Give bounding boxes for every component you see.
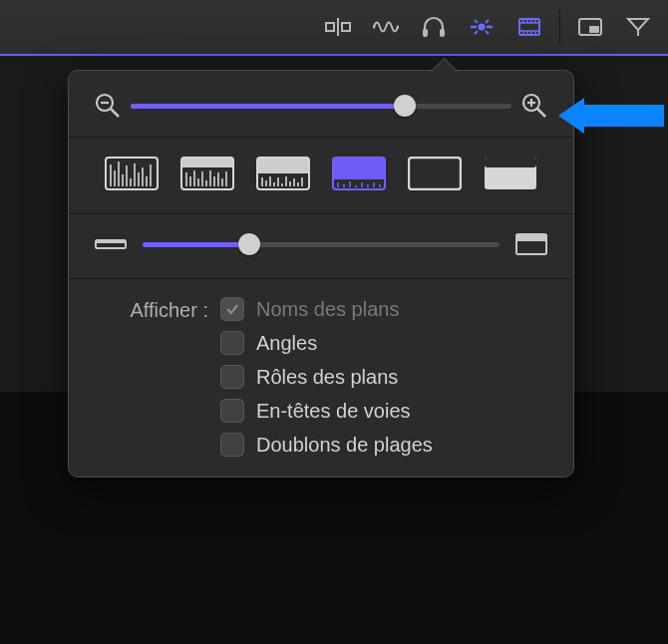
clip-height-thumb [238, 233, 260, 255]
label-lane-headers: En-têtes de voies [256, 400, 411, 423]
clip-height-fill [143, 242, 249, 247]
callout-arrow [556, 96, 664, 136]
svg-rect-35 [106, 158, 158, 189]
svg-rect-5 [423, 29, 428, 37]
svg-line-11 [486, 20, 489, 23]
zoom-slider-thumb [394, 95, 416, 117]
checkbox-clip-roles[interactable] [220, 365, 244, 389]
clip-view-mode-row [69, 138, 573, 213]
checkbox-clip-names[interactable] [220, 297, 244, 321]
clip-view-waveform-medium[interactable] [255, 156, 311, 191]
show-options-section: Afficher : Noms des plans Angles Rôles d… [69, 279, 573, 463]
label-clip-names: Noms des plans [256, 298, 399, 321]
svg-rect-14 [519, 19, 539, 35]
option-lane-headers[interactable]: En-têtes de voies [220, 399, 433, 423]
trim-tool-button[interactable] [316, 8, 360, 46]
snapping-button[interactable] [460, 8, 503, 46]
svg-line-13 [486, 31, 489, 34]
zoom-slider[interactable] [131, 94, 511, 118]
zoom-slider-fill [131, 104, 405, 109]
clip-view-filmstrip-only[interactable] [407, 156, 463, 191]
svg-line-30 [111, 109, 119, 117]
share-button[interactable] [616, 8, 660, 46]
option-clip-roles[interactable]: Rôles des plans [220, 365, 433, 389]
svg-line-10 [475, 20, 478, 23]
svg-line-12 [475, 31, 478, 34]
label-angles: Angles [256, 332, 317, 355]
svg-rect-26 [589, 26, 599, 33]
option-dup-ranges[interactable]: Doublons de plages [220, 433, 433, 457]
clip-height-row [69, 214, 573, 278]
toolbar-divider [559, 10, 560, 44]
checkbox-lane-headers[interactable] [220, 399, 244, 423]
clip-height-small-icon [95, 233, 127, 255]
svg-point-7 [479, 24, 486, 31]
pip-button[interactable] [568, 8, 612, 46]
option-clip-names[interactable]: Noms des plans [220, 297, 433, 321]
svg-rect-74 [333, 158, 385, 179]
svg-rect-89 [516, 234, 546, 241]
svg-rect-1 [342, 23, 350, 31]
clip-height-large-icon [515, 233, 547, 255]
clip-view-waveform-only[interactable] [104, 156, 160, 191]
zoom-out-icon[interactable] [95, 93, 121, 119]
label-dup-ranges: Doublons de plages [256, 434, 433, 457]
svg-rect-0 [326, 23, 334, 31]
svg-rect-85 [485, 158, 536, 167]
clip-height-slider[interactable] [143, 232, 500, 256]
zoom-in-icon[interactable] [521, 93, 547, 119]
checkbox-angles[interactable] [220, 331, 244, 355]
svg-line-34 [537, 109, 545, 117]
clip-appearance-button[interactable] [507, 8, 551, 46]
label-clip-roles: Rôles des plans [256, 366, 398, 389]
clip-appearance-popover: Afficher : Noms des plans Angles Rôles d… [68, 70, 574, 478]
show-options-list: Noms des plans Angles Rôles des plans En… [220, 297, 433, 457]
option-angles[interactable]: Angles [220, 331, 433, 355]
svg-rect-61 [257, 158, 309, 173]
svg-rect-6 [440, 29, 445, 37]
clip-view-waveform-large[interactable] [179, 156, 235, 191]
clip-view-filmstrip-waveform[interactable] [331, 156, 387, 191]
svg-rect-48 [181, 158, 233, 167]
zoom-slider-row [69, 71, 573, 137]
show-label: Afficher : [97, 297, 208, 457]
checkbox-dup-ranges[interactable] [220, 433, 244, 457]
audio-waveform-button[interactable] [364, 8, 408, 46]
headphones-button[interactable] [412, 8, 456, 46]
svg-rect-83 [409, 158, 461, 189]
toolbar [0, 0, 668, 56]
svg-rect-87 [96, 240, 126, 243]
app-window: Afficher : Noms des plans Angles Rôles d… [0, 0, 668, 644]
clip-view-solid[interactable] [483, 156, 538, 191]
